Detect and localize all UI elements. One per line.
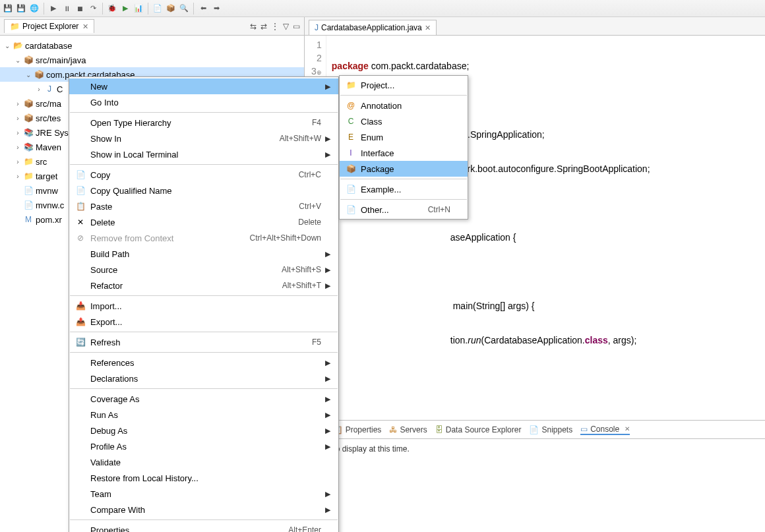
menu-label: Restore from Local History... [88, 473, 308, 483]
chevron-right-icon[interactable]: › [13, 158, 22, 165]
tab-servers[interactable]: 🖧Servers [389, 425, 427, 434]
bug-icon[interactable]: 🐞 [107, 3, 117, 14]
submenu-arrow-icon: ▶ [321, 442, 330, 451]
collapse-icon[interactable]: ⇆ [250, 22, 257, 31]
close-icon[interactable]: ✕ [425, 24, 431, 32]
globe-icon[interactable]: 🌐 [29, 3, 40, 14]
menu-item-new[interactable]: New▶ [69, 78, 338, 94]
menu-item-references[interactable]: References▶ [69, 355, 338, 370]
menu-item-declarations[interactable]: Declarations▶ [69, 370, 338, 386]
menu-item-enum[interactable]: EEnum [340, 129, 468, 145]
tree-row-src[interactable]: ⌄ 📦 src/main/java [0, 53, 304, 67]
tab-properties[interactable]: 📋Properties [333, 425, 382, 434]
menu-item-copy[interactable]: 📄CopyCtrl+C [69, 167, 338, 183]
menu-item-debug-as[interactable]: Debug As▶ [69, 423, 338, 438]
menu-item-coverage-as[interactable]: Coverage As▶ [69, 391, 338, 407]
coverage-icon[interactable]: 📊 [133, 3, 144, 14]
menu-item-show-in-local-terminal[interactable]: Show in Local Terminal▶ [69, 146, 338, 162]
menu-item-run-as[interactable]: Run As▶ [69, 407, 338, 423]
maximize-icon[interactable]: ▭ [293, 22, 300, 31]
new-icon[interactable]: 📄 [152, 3, 163, 14]
editor-tab[interactable]: J CardatabaseApplication.java ✕ [309, 20, 437, 35]
menu-item-profile-as[interactable]: Profile As▶ [69, 438, 338, 454]
step-icon[interactable]: ↷ [88, 3, 98, 14]
menu-item-source[interactable]: SourceAlt+Shift+S▶ [69, 262, 338, 278]
menu-item-example[interactable]: 📄Example... [340, 181, 468, 197]
menu-item-compare-with[interactable]: Compare With▶ [69, 502, 338, 517]
menu-shortcut: Alt+Shift+S [268, 265, 321, 274]
forward-icon[interactable]: ➡ [211, 3, 222, 14]
bottom-panel: kers 📋Properties 🖧Servers 🗄Data Source E… [306, 420, 765, 532]
code-text: com.packt.cardatabase; [369, 61, 470, 71]
menu-item-other[interactable]: 📄Other...Ctrl+N [340, 202, 468, 218]
menu-item-copy-qualified-name[interactable]: 📄Copy Qualified Name [69, 183, 338, 198]
package-tb-icon[interactable]: 📦 [166, 3, 176, 14]
tab-console[interactable]: ▭Console✕ [580, 425, 630, 435]
menu-item-open-type-hierarchy[interactable]: Open Type HierarchyF4 [69, 115, 338, 131]
view-menu-icon[interactable]: ⋮ [271, 22, 279, 31]
menu-label: Validate [88, 458, 308, 467]
minimize-icon[interactable]: ▽ [283, 22, 289, 31]
pause-icon[interactable]: ⏸ [61, 3, 72, 14]
tab-snippets[interactable]: 📄Snippets [529, 425, 572, 434]
run-icon[interactable]: ▶ [48, 3, 59, 14]
menu-item-validate[interactable]: Validate [69, 454, 338, 470]
chevron-right-icon[interactable]: › [13, 115, 22, 122]
chevron-right-icon[interactable]: › [13, 100, 22, 107]
chevron-down-icon[interactable]: ⌄ [13, 57, 22, 64]
menu-label: Team [88, 489, 308, 499]
menu-item-delete[interactable]: ✕DeleteDelete [69, 214, 338, 230]
chevron-down-icon[interactable]: ⌄ [24, 71, 33, 78]
menu-item-annotation[interactable]: @Annotation [340, 98, 468, 113]
menu-item-remove-from-context: ⊘Remove from ContextCtrl+Alt+Shift+Down [69, 230, 338, 246]
save-icon[interactable]: 💾 [3, 3, 13, 14]
editor-tabs: J CardatabaseApplication.java ✕ [305, 17, 765, 36]
save-all-icon[interactable]: 💾 [16, 3, 26, 14]
package-folder-icon: 📦 [22, 55, 34, 65]
menu-item-class[interactable]: CClass [340, 113, 468, 129]
explorer-tab[interactable]: 📁 Project Explorer ✕ [4, 19, 94, 33]
menu-separator [70, 352, 338, 353]
close-icon[interactable]: ✕ [625, 425, 630, 432]
menu-item-refresh[interactable]: 🔄RefreshF5 [69, 334, 338, 350]
close-icon[interactable]: ✕ [82, 22, 88, 31]
tab-data-source[interactable]: 🗄Data Source Explorer [435, 425, 522, 434]
chevron-right-icon[interactable]: › [34, 86, 44, 93]
submenu-arrow-icon: ▶ [321, 266, 330, 274]
menu-label: Run As [88, 410, 308, 420]
menu-icon: 📁 [344, 80, 358, 90]
menu-item-restore-from-local-history[interactable]: Restore from Local History... [69, 470, 338, 486]
line-number: 3⊕ [311, 65, 322, 78]
stop-icon[interactable]: ⏹ [75, 3, 85, 14]
menu-icon: 📄 [344, 205, 358, 214]
menu-item-go-into[interactable]: Go Into [69, 94, 338, 110]
menu-item-project[interactable]: 📁Project... [340, 77, 468, 93]
menu-label: Enum [358, 133, 437, 142]
menu-item-show-in[interactable]: Show InAlt+Shift+W▶ [69, 131, 338, 146]
menu-label: Show In [88, 134, 266, 144]
package-icon: 📦 [33, 70, 45, 79]
menu-item-paste[interactable]: 📋PasteCtrl+V [69, 198, 338, 214]
menu-label: Project... [358, 80, 437, 90]
menu-item-refactor[interactable]: RefactorAlt+Shift+T▶ [69, 278, 338, 293]
tree-row-project[interactable]: ⌄ 📂 cardatabase [0, 38, 304, 53]
menu-item-properties[interactable]: PropertiesAlt+Enter [69, 522, 338, 532]
menu-item-export[interactable]: 📤Export... [69, 314, 338, 330]
menu-item-team[interactable]: Team▶ [69, 486, 338, 502]
menu-item-build-path[interactable]: Build Path▶ [69, 246, 338, 262]
menu-item-import[interactable]: 📥Import... [69, 298, 338, 314]
chevron-right-icon[interactable]: › [13, 173, 22, 180]
back-icon[interactable]: ⬅ [198, 3, 208, 14]
library-icon: 📚 [22, 128, 34, 137]
menu-item-interface[interactable]: IInterface [340, 145, 468, 161]
menu-separator [70, 164, 338, 165]
keyword: class [585, 335, 608, 345]
chevron-right-icon[interactable]: › [13, 129, 22, 136]
keyword: package [332, 61, 369, 71]
menu-item-package[interactable]: 📦Package [340, 161, 468, 177]
search-icon[interactable]: 🔍 [179, 3, 189, 14]
link-icon[interactable]: ⇄ [260, 22, 267, 31]
chevron-right-icon[interactable]: › [13, 144, 22, 151]
chevron-down-icon[interactable]: ⌄ [3, 42, 12, 49]
play-green-icon[interactable]: ▶ [120, 3, 131, 14]
